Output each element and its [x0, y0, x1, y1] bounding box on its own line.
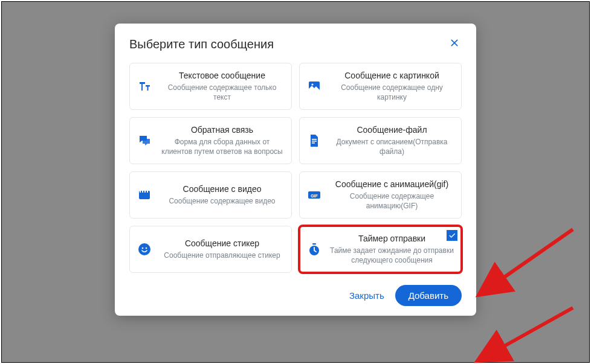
card-text: Таймер отправки Тайме задает ожидание до… — [330, 234, 454, 265]
card-text: Обратная связь Форма для сбора данных от… — [160, 125, 284, 156]
message-type-modal: Выберите тип сообщения Текстовое сообщен… — [115, 24, 476, 316]
sticker-icon — [137, 242, 152, 257]
card-text: Сообщение с видео Сообщение содержащее в… — [160, 184, 284, 206]
card-timer[interactable]: Таймер отправки Тайме задает ожидание до… — [299, 226, 462, 273]
card-file-message[interactable]: Сообщение-файл Документ с описанием(Отпр… — [299, 117, 462, 164]
card-title: Таймер отправки — [330, 234, 454, 244]
svg-text:GIF: GIF — [311, 194, 318, 198]
card-grid: Текстовое сообщение Сообщение содержащее… — [129, 63, 462, 273]
gif-icon: GIF — [307, 188, 321, 202]
card-text: Сообщение с картинкой Сообщение содержащ… — [330, 71, 454, 102]
svg-point-10 — [142, 247, 144, 249]
svg-point-11 — [146, 247, 147, 249]
cancel-button[interactable]: Закрыть — [349, 290, 384, 301]
selected-check-icon — [447, 230, 457, 241]
modal-footer: Закрыть Добавить — [129, 285, 462, 306]
card-text: Сообщение-файл Документ с описанием(Отпр… — [330, 125, 454, 156]
timer-icon — [307, 242, 321, 257]
card-text-message[interactable]: Текстовое сообщение Сообщение содержащее… — [129, 63, 292, 110]
svg-point-9 — [138, 243, 150, 255]
card-feedback[interactable]: Обратная связь Форма для сбора данных от… — [129, 117, 292, 164]
card-title: Сообщение стикер — [160, 238, 284, 249]
file-icon — [307, 133, 321, 148]
video-icon — [137, 188, 152, 202]
card-image-message[interactable]: Сообщение с картинкой Сообщение содержащ… — [299, 63, 462, 110]
card-title: Сообщение-файл — [330, 125, 454, 136]
card-title: Сообщение с анимацией(gif) — [330, 179, 454, 190]
card-title: Сообщение с видео — [160, 184, 284, 195]
card-sticker-message[interactable]: Сообщение стикер Сообщение отправляющее … — [129, 226, 292, 273]
feedback-icon — [137, 133, 152, 148]
svg-rect-3 — [312, 141, 317, 142]
close-icon — [450, 38, 459, 48]
image-icon — [307, 79, 321, 94]
card-video-message[interactable]: Сообщение с видео Сообщение содержащее в… — [129, 171, 292, 219]
svg-rect-4 — [312, 142, 315, 144]
card-desc: Сообщение отправляющее стикер — [160, 251, 284, 260]
svg-rect-2 — [312, 139, 317, 140]
card-desc: Тайме задает ожидание до отправки следую… — [330, 246, 454, 265]
card-desc: Сообщение содержащее только текст — [160, 83, 284, 102]
card-gif-message[interactable]: GIF Сообщение с анимацией(gif) Сообщение… — [299, 171, 462, 219]
svg-point-1 — [311, 83, 313, 85]
modal-header: Выберите тип сообщения — [129, 37, 462, 52]
card-desc: Документ с описанием(Отправка файла) — [330, 137, 454, 156]
card-title: Сообщение с картинкой — [330, 71, 454, 81]
card-title: Обратная связь — [160, 125, 284, 136]
card-desc: Форма для сбора данных от клиентов путем… — [160, 137, 284, 156]
card-text: Сообщение с анимацией(gif) Сообщение сод… — [330, 179, 454, 211]
backdrop: Выберите тип сообщения Текстовое сообщен… — [1, 1, 590, 363]
card-text: Сообщение стикер Сообщение отправляющее … — [160, 238, 284, 260]
card-desc: Сообщение содержащее видео — [160, 196, 284, 206]
svg-rect-12 — [312, 243, 316, 244]
card-desc: Сообщение содержащее одну картинку — [330, 83, 454, 102]
card-desc: Сообщение содержащее анимацию(GIF) — [330, 191, 454, 211]
add-button[interactable]: Добавить — [395, 285, 462, 306]
card-text: Текстовое сообщение Сообщение содержащее… — [160, 71, 284, 102]
close-button[interactable] — [447, 37, 462, 52]
card-title: Текстовое сообщение — [160, 71, 284, 81]
modal-title: Выберите тип сообщения — [129, 37, 274, 51]
text-icon — [137, 79, 152, 94]
